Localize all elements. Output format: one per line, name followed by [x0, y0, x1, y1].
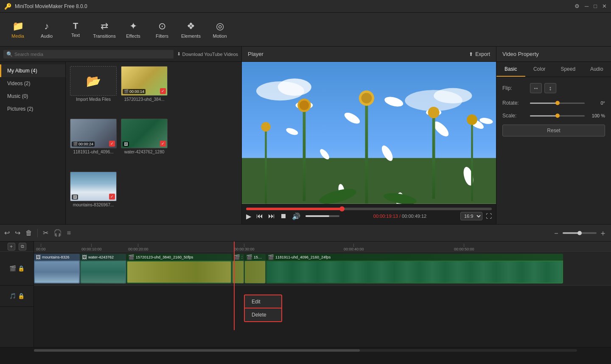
context-delete[interactable]: Delete [244, 308, 282, 322]
minimize-button[interactable]: ─ [585, 3, 589, 9]
add-track-button[interactable]: + [8, 243, 15, 250]
zoom-handle[interactable] [577, 231, 582, 235]
toolbar-elements[interactable]: ❖ Elements [177, 16, 205, 43]
rotate-handle[interactable] [555, 101, 560, 105]
progress-bar[interactable] [246, 208, 492, 210]
right-panel: Video Property Basic Color Speed Audio F… [496, 47, 611, 224]
stop-button[interactable]: ⏹ [280, 212, 287, 220]
audio-clip-button[interactable]: 🎧 [53, 229, 62, 237]
skip-back-button[interactable]: ⏮ [256, 212, 263, 220]
close-button[interactable]: ✕ [602, 3, 607, 9]
flip-horizontal-button[interactable]: ↔ [530, 83, 542, 93]
svg-point-39 [261, 122, 271, 132]
timeline-toolbar: ↩ ↪ 🗑 ✂ 🎧 ⌗ － ＋ [0, 225, 611, 242]
volume-bar[interactable] [306, 215, 339, 217]
clip-mountains[interactable]: 🖼 mountains-8326 [34, 254, 80, 283]
toolbar-audio[interactable]: ♪ Audio [33, 16, 60, 43]
video-track[interactable]: 🖼 mountains-8326 🖼 water-4243762 [34, 252, 611, 286]
time-display: 00:00:19:13 / 00:00:49:12 [373, 214, 426, 219]
media-item-mountains[interactable]: 🖼 ✓ mountains-8326967... [70, 172, 117, 220]
tab-audio[interactable]: Audio [583, 62, 611, 77]
settings-icon[interactable]: ⚙ [575, 3, 580, 9]
media-label: Media [11, 33, 24, 39]
nav-item-my-album[interactable]: My Album (4) [0, 64, 65, 77]
context-edit[interactable]: Edit [245, 295, 281, 308]
ruler-ticks [34, 242, 586, 252]
zoom-fill [563, 232, 580, 234]
toolbar-effects[interactable]: ✦ Effects [120, 16, 147, 43]
clip-1181911[interactable]: 🎬 1181911-uhd_4096_2160_24fps [266, 254, 563, 283]
clip-15720-main[interactable]: 🎬 15720123-uhd_3840_2160_50fps [126, 254, 232, 283]
audio-lock-icon[interactable]: 🔒 [18, 293, 25, 299]
progress-handle[interactable] [339, 206, 345, 211]
rotate-row: Rotate: 0° [502, 100, 605, 106]
copy-track-button[interactable]: ⧉ [19, 243, 26, 250]
crop-button[interactable]: ⌗ [67, 229, 71, 237]
toolbar-media[interactable]: 📁 Media [4, 16, 31, 43]
horizontal-scrollbar[interactable] [0, 347, 611, 353]
video-background [242, 62, 496, 204]
clip-label-mountains: mountains-8326 [42, 255, 70, 259]
transitions-icon: ⇄ [101, 21, 108, 32]
svg-rect-15 [365, 98, 368, 204]
rotate-label: Rotate: [502, 100, 526, 106]
tab-basic[interactable]: Basic [496, 62, 525, 77]
skip-forward-button[interactable]: ⏭ [268, 212, 275, 220]
timeline-tracks[interactable]: 00:00 00:00:10:00 00:00:20:00 00:00:30:0… [34, 242, 611, 347]
tab-color[interactable]: Color [525, 62, 554, 77]
redo-button[interactable]: ↪ [15, 229, 20, 237]
clip-label-15720-main: 15720123-uhd_3840_2160_50fps [136, 255, 193, 259]
clip-icon-15720-s1: 🎬 [234, 254, 240, 260]
aspect-ratio-select[interactable]: 16:9 9:16 4:3 1:1 [460, 212, 482, 220]
volume-fill [306, 215, 329, 217]
toolbar-filters[interactable]: ⊙ Filters [149, 16, 176, 43]
toolbar-transitions[interactable]: ⇄ Transitions [91, 16, 118, 43]
clip-body-water [80, 261, 126, 283]
maximize-button[interactable]: □ [594, 3, 597, 9]
clip-header-15720-main: 🎬 15720123-uhd_3840_2160_50fps [126, 254, 232, 261]
media-item-water[interactable]: 🖼 ✓ water-4243762_1280 [121, 119, 168, 167]
scale-slider[interactable] [530, 115, 585, 117]
export-button[interactable]: ⬆ Export [469, 51, 490, 57]
nav-item-music[interactable]: Music (0) [0, 90, 65, 103]
import-media-item[interactable]: 📂 Import Media Files [70, 66, 117, 114]
play-button[interactable]: ▶ [246, 212, 251, 220]
audio-track[interactable] [34, 286, 611, 307]
download-youtube-button[interactable]: ⬇ Download YouTube Videos [177, 51, 238, 57]
import-thumb[interactable]: 📂 [70, 66, 117, 96]
duration-badge-1181911: 🎬00:00:24 [72, 142, 95, 147]
toolbar-text[interactable]: T Text [62, 16, 89, 43]
player-title: Player [248, 51, 263, 57]
rotate-slider-wrap: 0° [530, 100, 605, 106]
media-item-15720[interactable]: 🎬00:00:14 ✓ 15720123-uhd_384... [121, 66, 168, 114]
clip-15720-small2[interactable]: 🎬 15720 [244, 254, 266, 283]
playhead[interactable] [234, 242, 235, 330]
clip-icon-15720-main: 🎬 [128, 254, 135, 260]
zoom-in-button[interactable]: ＋ [599, 228, 607, 238]
undo-button[interactable]: ↩ [4, 229, 10, 237]
volume-button[interactable]: 🔊 [292, 212, 300, 220]
tab-speed[interactable]: Speed [554, 62, 583, 77]
rotate-slider[interactable] [530, 103, 585, 104]
clip-label-1181911: 1181911-uhd_4096_2160_24fps [275, 255, 331, 259]
delete-button[interactable]: 🗑 [25, 229, 32, 237]
media-item-1181911[interactable]: 🎬00:00:24 ✓ 1181911-uhd_4096... [70, 119, 117, 167]
toolbar-motion[interactable]: ◎ Motion [206, 16, 233, 43]
scale-handle[interactable] [555, 114, 560, 118]
cut-button[interactable]: ✂ [43, 229, 48, 237]
clip-body-15720-main [126, 261, 232, 283]
clip-header-water: 🖼 water-4243762 [80, 254, 126, 261]
video-lock-icon[interactable]: 🔒 [18, 265, 25, 272]
search-input[interactable] [14, 52, 171, 57]
controls-row: ▶ ⏮ ⏭ ⏹ 🔊 00:00:19:13 / 00:00:49:12 [246, 212, 492, 220]
zoom-slider[interactable] [563, 232, 597, 234]
flip-vertical-button[interactable]: ↕ [544, 83, 556, 93]
check-badge-water: ✓ [160, 141, 166, 147]
nav-item-videos[interactable]: Videos (2) [0, 77, 65, 90]
nav-item-pictures[interactable]: Pictures (2) [0, 103, 65, 115]
clip-water[interactable]: 🖼 water-4243762 [80, 254, 126, 283]
search-bar[interactable]: 🔍 [3, 50, 174, 58]
zoom-out-button[interactable]: － [552, 228, 560, 238]
reset-button[interactable]: Reset [502, 125, 605, 136]
fullscreen-button[interactable]: ⛶ [486, 213, 492, 220]
